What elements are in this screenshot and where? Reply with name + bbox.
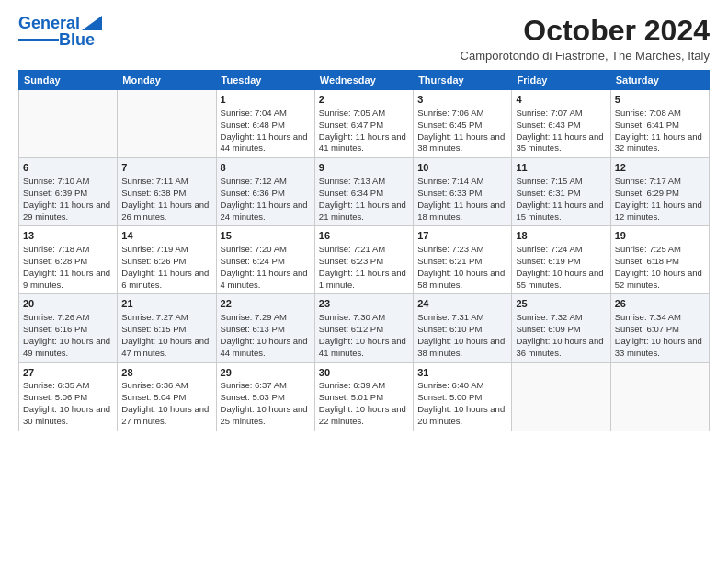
calendar-cell: 2Sunrise: 7:05 AM Sunset: 6:47 PM Daylig… bbox=[314, 90, 413, 158]
day-number: 25 bbox=[516, 297, 606, 311]
day-number: 19 bbox=[615, 229, 705, 243]
title-block: October 2024 Camporotondo di Fiastrone, … bbox=[461, 15, 710, 63]
logo-icon bbox=[82, 16, 102, 30]
calendar-week-3: 13Sunrise: 7:18 AM Sunset: 6:28 PM Dayli… bbox=[19, 226, 710, 294]
day-info: Sunrise: 7:08 AM Sunset: 6:41 PM Dayligh… bbox=[615, 108, 705, 155]
day-number: 12 bbox=[615, 161, 705, 175]
day-number: 31 bbox=[417, 366, 507, 380]
day-info: Sunrise: 7:19 AM Sunset: 6:26 PM Dayligh… bbox=[121, 244, 211, 291]
day-number: 26 bbox=[615, 297, 705, 311]
day-info: Sunrise: 7:05 AM Sunset: 6:47 PM Dayligh… bbox=[319, 108, 409, 155]
calendar-week-1: 1Sunrise: 7:04 AM Sunset: 6:48 PM Daylig… bbox=[19, 90, 710, 158]
day-number: 4 bbox=[516, 93, 606, 107]
calendar-cell: 28Sunrise: 6:36 AM Sunset: 5:04 PM Dayli… bbox=[118, 362, 216, 431]
day-number: 30 bbox=[319, 366, 409, 380]
logo-blue: Blue bbox=[59, 31, 95, 50]
calendar-cell: 18Sunrise: 7:24 AM Sunset: 6:19 PM Dayli… bbox=[512, 226, 610, 294]
calendar-cell: 19Sunrise: 7:25 AM Sunset: 6:18 PM Dayli… bbox=[610, 226, 709, 294]
calendar-header-monday: Monday bbox=[118, 71, 216, 90]
day-number: 13 bbox=[23, 229, 113, 243]
day-number: 10 bbox=[417, 161, 507, 175]
day-info: Sunrise: 6:35 AM Sunset: 5:06 PM Dayligh… bbox=[23, 380, 113, 427]
calendar-header-saturday: Saturday bbox=[610, 71, 709, 90]
day-info: Sunrise: 7:29 AM Sunset: 6:13 PM Dayligh… bbox=[221, 312, 311, 359]
day-info: Sunrise: 7:15 AM Sunset: 6:31 PM Dayligh… bbox=[516, 176, 606, 223]
calendar-cell: 7Sunrise: 7:11 AM Sunset: 6:38 PM Daylig… bbox=[118, 158, 216, 226]
day-number: 20 bbox=[23, 297, 113, 311]
logo: General Blue bbox=[18, 15, 102, 50]
page: General Blue October 2024 Camporotondo d… bbox=[0, 0, 728, 441]
calendar-cell: 10Sunrise: 7:14 AM Sunset: 6:33 PM Dayli… bbox=[414, 158, 512, 226]
day-info: Sunrise: 7:34 AM Sunset: 6:07 PM Dayligh… bbox=[615, 312, 705, 359]
day-number: 15 bbox=[221, 229, 311, 243]
day-info: Sunrise: 7:23 AM Sunset: 6:21 PM Dayligh… bbox=[417, 244, 507, 291]
day-number: 22 bbox=[221, 297, 311, 311]
calendar-cell: 3Sunrise: 7:06 AM Sunset: 6:45 PM Daylig… bbox=[414, 90, 512, 158]
day-number: 9 bbox=[319, 161, 409, 175]
calendar-cell: 4Sunrise: 7:07 AM Sunset: 6:43 PM Daylig… bbox=[512, 90, 610, 158]
calendar-cell bbox=[610, 362, 709, 431]
day-number: 5 bbox=[615, 93, 705, 107]
calendar-cell: 12Sunrise: 7:17 AM Sunset: 6:29 PM Dayli… bbox=[610, 158, 709, 226]
calendar-cell: 17Sunrise: 7:23 AM Sunset: 6:21 PM Dayli… bbox=[414, 226, 512, 294]
day-info: Sunrise: 6:39 AM Sunset: 5:01 PM Dayligh… bbox=[319, 380, 409, 427]
day-number: 3 bbox=[417, 93, 507, 107]
day-info: Sunrise: 6:40 AM Sunset: 5:00 PM Dayligh… bbox=[417, 380, 507, 427]
calendar-cell bbox=[512, 362, 610, 431]
day-number: 27 bbox=[23, 366, 113, 380]
calendar-cell bbox=[19, 90, 118, 158]
day-info: Sunrise: 6:37 AM Sunset: 5:03 PM Dayligh… bbox=[221, 380, 311, 427]
day-info: Sunrise: 7:04 AM Sunset: 6:48 PM Dayligh… bbox=[221, 108, 311, 155]
day-info: Sunrise: 7:13 AM Sunset: 6:34 PM Dayligh… bbox=[319, 176, 409, 223]
calendar-cell: 20Sunrise: 7:26 AM Sunset: 6:16 PM Dayli… bbox=[19, 294, 118, 362]
calendar-cell: 31Sunrise: 6:40 AM Sunset: 5:00 PM Dayli… bbox=[414, 362, 512, 431]
day-info: Sunrise: 7:24 AM Sunset: 6:19 PM Dayligh… bbox=[516, 244, 606, 291]
day-info: Sunrise: 7:17 AM Sunset: 6:29 PM Dayligh… bbox=[615, 176, 705, 223]
calendar-cell: 27Sunrise: 6:35 AM Sunset: 5:06 PM Dayli… bbox=[19, 362, 118, 431]
day-info: Sunrise: 7:06 AM Sunset: 6:45 PM Dayligh… bbox=[417, 108, 507, 155]
calendar-header-wednesday: Wednesday bbox=[314, 71, 413, 90]
logo-general: General bbox=[18, 14, 80, 32]
day-info: Sunrise: 7:26 AM Sunset: 6:16 PM Dayligh… bbox=[23, 312, 113, 359]
header: General Blue October 2024 Camporotondo d… bbox=[18, 15, 710, 63]
day-number: 24 bbox=[417, 297, 507, 311]
svg-marker-0 bbox=[82, 16, 102, 30]
day-number: 7 bbox=[121, 161, 211, 175]
day-number: 17 bbox=[417, 229, 507, 243]
subtitle: Camporotondo di Fiastrone, The Marches, … bbox=[461, 49, 710, 63]
calendar-cell: 15Sunrise: 7:20 AM Sunset: 6:24 PM Dayli… bbox=[216, 226, 314, 294]
day-number: 8 bbox=[221, 161, 311, 175]
day-info: Sunrise: 7:14 AM Sunset: 6:33 PM Dayligh… bbox=[417, 176, 507, 223]
day-number: 23 bbox=[319, 297, 409, 311]
calendar-cell: 6Sunrise: 7:10 AM Sunset: 6:39 PM Daylig… bbox=[19, 158, 118, 226]
calendar-cell: 26Sunrise: 7:34 AM Sunset: 6:07 PM Dayli… bbox=[610, 294, 709, 362]
day-info: Sunrise: 7:31 AM Sunset: 6:10 PM Dayligh… bbox=[417, 312, 507, 359]
day-number: 1 bbox=[221, 93, 311, 107]
calendar-header-friday: Friday bbox=[512, 71, 610, 90]
day-info: Sunrise: 7:12 AM Sunset: 6:36 PM Dayligh… bbox=[221, 176, 311, 223]
calendar-cell: 9Sunrise: 7:13 AM Sunset: 6:34 PM Daylig… bbox=[314, 158, 413, 226]
day-info: Sunrise: 7:10 AM Sunset: 6:39 PM Dayligh… bbox=[23, 176, 113, 223]
calendar-cell: 11Sunrise: 7:15 AM Sunset: 6:31 PM Dayli… bbox=[512, 158, 610, 226]
calendar-cell: 13Sunrise: 7:18 AM Sunset: 6:28 PM Dayli… bbox=[19, 226, 118, 294]
month-title: October 2024 bbox=[461, 15, 710, 47]
calendar-week-5: 27Sunrise: 6:35 AM Sunset: 5:06 PM Dayli… bbox=[19, 362, 710, 431]
day-info: Sunrise: 7:30 AM Sunset: 6:12 PM Dayligh… bbox=[319, 312, 409, 359]
calendar-cell: 1Sunrise: 7:04 AM Sunset: 6:48 PM Daylig… bbox=[216, 90, 314, 158]
calendar-cell: 22Sunrise: 7:29 AM Sunset: 6:13 PM Dayli… bbox=[216, 294, 314, 362]
day-info: Sunrise: 7:11 AM Sunset: 6:38 PM Dayligh… bbox=[121, 176, 211, 223]
day-number: 16 bbox=[319, 229, 409, 243]
calendar-cell: 14Sunrise: 7:19 AM Sunset: 6:26 PM Dayli… bbox=[118, 226, 216, 294]
day-info: Sunrise: 7:18 AM Sunset: 6:28 PM Dayligh… bbox=[23, 244, 113, 291]
calendar-cell: 30Sunrise: 6:39 AM Sunset: 5:01 PM Dayli… bbox=[314, 362, 413, 431]
calendar-header-thursday: Thursday bbox=[414, 71, 512, 90]
calendar-header-tuesday: Tuesday bbox=[216, 71, 314, 90]
day-info: Sunrise: 7:32 AM Sunset: 6:09 PM Dayligh… bbox=[516, 312, 606, 359]
calendar-cell: 29Sunrise: 6:37 AM Sunset: 5:03 PM Dayli… bbox=[216, 362, 314, 431]
calendar-week-4: 20Sunrise: 7:26 AM Sunset: 6:16 PM Dayli… bbox=[19, 294, 710, 362]
calendar-cell: 5Sunrise: 7:08 AM Sunset: 6:41 PM Daylig… bbox=[610, 90, 709, 158]
day-info: Sunrise: 7:07 AM Sunset: 6:43 PM Dayligh… bbox=[516, 108, 606, 155]
calendar-table: SundayMondayTuesdayWednesdayThursdayFrid… bbox=[18, 70, 710, 431]
calendar-cell: 23Sunrise: 7:30 AM Sunset: 6:12 PM Dayli… bbox=[314, 294, 413, 362]
calendar-header-sunday: Sunday bbox=[19, 71, 118, 90]
